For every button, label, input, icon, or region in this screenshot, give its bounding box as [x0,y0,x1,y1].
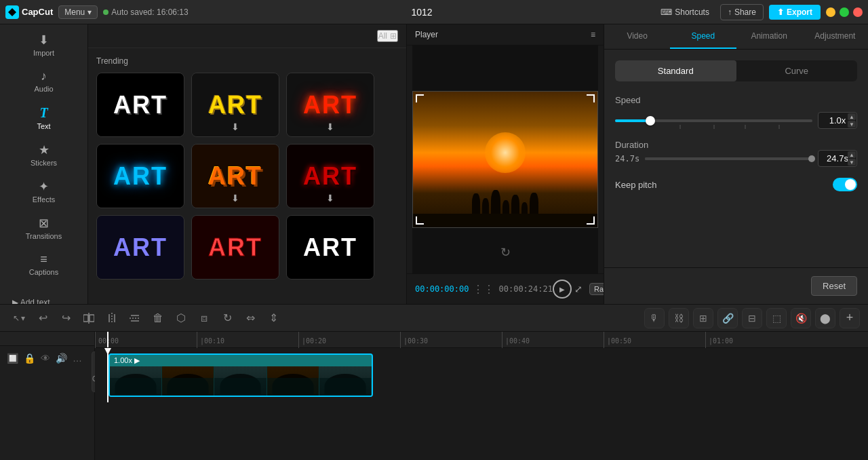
player-refresh-icon[interactable]: ↻ [500,245,511,260]
undo-button[interactable]: ↩ [33,308,53,328]
sidebar-item-add-text[interactable]: ▶ Add text [5,292,82,304]
import-label: Import [33,49,54,57]
effect-card-red-outline[interactable]: ART ⬇ [286,73,374,137]
link-segments-button[interactable]: ⛓ [669,308,689,328]
track-lock-button[interactable]: 🔲 [5,351,20,365]
split-button[interactable] [79,308,99,328]
tab-speed[interactable]: Speed [670,24,736,49]
tab-adjustment[interactable]: Adjustment [802,24,868,49]
reset-button[interactable]: Reset [811,276,857,296]
timeline-tracks-area: 00:00 |00:10 |00:20 |00:30 |00:40 |00:50… [95,332,868,460]
effects-all-button[interactable]: All ⊞ [377,30,398,42]
effect-card-extra-1[interactable]: ART [96,215,184,280]
timeline-ruler: 00:00 |00:10 |00:20 |00:30 |00:40 |00:50… [95,332,868,348]
sidebar-tool-import[interactable]: ⬇ Import [3,27,85,62]
window-controls [826,7,863,17]
effect-card-blue-glow[interactable]: ART [96,144,184,208]
duration-track[interactable] [645,157,812,160]
add-button[interactable]: + [840,308,860,328]
timeline-dots-icon[interactable]: ⋮⋮ [473,283,494,296]
rotate-button[interactable]: ↻ [217,308,237,328]
align-button[interactable]: ⊟ [742,308,762,328]
export-button[interactable]: ⬆ Export [769,5,821,20]
corner-handle-tr[interactable] [587,94,595,102]
tab-video[interactable]: Video [604,24,670,49]
effect-card-extra-2[interactable]: ART [191,215,279,280]
svg-rect-1 [83,315,88,322]
top-bar-left: CapCut Menu ▾ Auto saved: 16:06:13 [5,5,189,19]
shortcuts-button[interactable]: ⌨ Shortcuts [655,5,715,20]
mirror-v-button[interactable]: ⇕ [263,308,283,328]
share-button[interactable]: ↑ Share [720,4,764,20]
audio-label: Audio [34,85,53,93]
ruler-content: 00:00 |00:10 |00:20 |00:30 |00:40 |00:50… [95,332,841,348]
mute-button[interactable]: 🔇 [791,308,811,328]
sidebar-tool-audio[interactable]: ♪ Audio [3,64,85,98]
effect-card-black[interactable]: ART [96,73,184,137]
autosave-indicator: Auto saved: 16:06:13 [103,7,188,17]
maximize-button[interactable] [840,7,849,17]
sidebar-tool-text[interactable]: T Text [3,100,85,136]
minimize-button[interactable] [826,7,835,17]
art-text-black: ART [97,73,184,136]
speed-slider-track[interactable] [615,119,812,122]
crop-button[interactable]: ⧈ [194,308,214,328]
effects-row-1: ART ART ⬇ ART ⬇ [96,73,398,137]
tab-animation[interactable]: Animation [736,24,802,49]
sidebar-tool-transitions[interactable]: ⊠ Transitions [3,210,85,246]
corner-handle-bl[interactable] [416,216,424,225]
right-panel-footer: Reset [604,267,868,304]
duration-increment[interactable]: ▲ [848,151,856,158]
delete-button[interactable]: 🗑 [148,308,168,328]
top-bar-right: ⌨ Shortcuts ↑ Share ⬆ Export [655,4,863,20]
track-lock-icon-btn[interactable]: 🔒 [22,351,37,365]
effect-card-extra-3[interactable]: ART [286,215,374,280]
art-text-blue-glow: ART [97,145,184,208]
track-volume-button[interactable]: 🔊 [54,351,68,365]
split-h-button[interactable] [125,308,145,328]
mirror-h-button[interactable]: ⇔ [240,308,260,328]
fullscreen-icon-btn[interactable]: ⤢ [572,281,585,297]
sidebar-tools: ⬇ Import ♪ Audio T Text ★ Stickers ✦ Eff… [0,24,87,284]
keep-pitch-toggle[interactable] [833,178,857,191]
speed-tab-curve[interactable]: Curve [736,60,858,81]
sidebar-tool-stickers[interactable]: ★ Stickers [3,137,85,172]
duration-decrement[interactable]: ▼ [848,159,856,166]
speed-decrement[interactable]: ▼ [848,121,856,128]
speed-tab-standard[interactable]: Standard [615,60,736,81]
mic-button[interactable]: 🎙 [644,308,665,328]
track-eye-button[interactable]: 👁 [39,351,52,365]
close-button[interactable] [853,7,863,17]
color-button[interactable]: ⬤ [815,308,835,328]
redo-button[interactable]: ↪ [56,308,76,328]
speed-slider-row: ▲ ▼ [615,112,857,129]
speed-slider-thumb[interactable] [646,116,655,126]
sidebar-tool-effects[interactable]: ✦ Effects [3,174,85,209]
sidebar-tool-captions[interactable]: ≡ Captions [3,247,85,282]
effect-card-yellow[interactable]: ART ⬇ [191,73,279,137]
video-clip[interactable]: 1.00x ▶ [108,353,373,397]
speed-increment[interactable]: ▲ [848,113,856,120]
menu-button[interactable]: Menu ▾ [58,5,98,19]
duration-thumb-right[interactable] [808,155,815,162]
corner-handle-br[interactable] [587,216,595,225]
effect-card-orange-3d[interactable]: ART ⬇ [191,144,279,208]
select-tool[interactable]: ↖ ▾ [8,310,30,326]
corner-handle-tl[interactable] [416,94,424,102]
ruler-mark-4: |00:40 [502,332,604,348]
play-button[interactable]: ▶ [553,280,572,299]
right-panel-tabs: Video Speed Animation Adjustment [604,24,868,50]
track-more-button[interactable]: … [71,351,83,365]
multi-select-button[interactable]: ⊞ [693,308,713,328]
toggle-thumb [845,179,856,190]
player-title: Player [415,30,438,39]
link-button[interactable]: 🔗 [717,308,738,328]
split-v-button[interactable] [102,308,122,328]
player-menu-icon[interactable]: ≡ [591,30,595,39]
subtitle-button[interactable]: ⬚ [766,308,787,328]
app-name: CapCut [22,7,53,17]
badge-button[interactable]: ⬡ [171,308,191,328]
effect-card-dark-red[interactable]: ART ⬇ [286,144,374,208]
audio-icon: ♪ [41,69,47,83]
autosave-dot [103,9,108,15]
